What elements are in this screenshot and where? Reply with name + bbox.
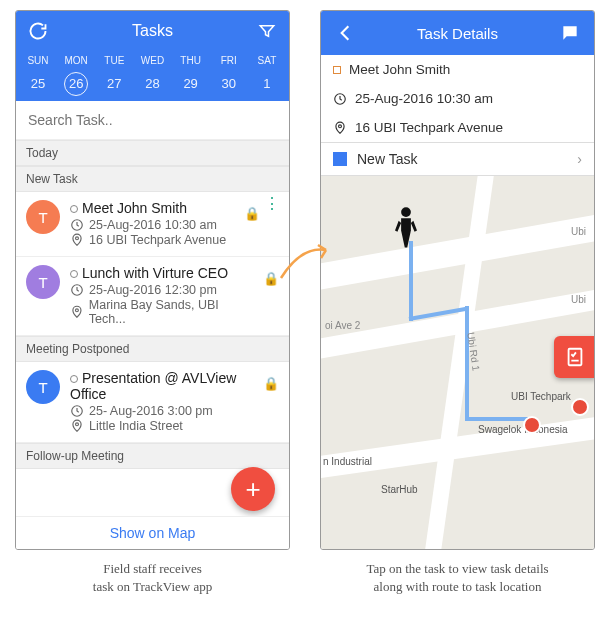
checklist-button[interactable]: [554, 336, 594, 378]
task-title: Meet John Smith: [82, 200, 187, 216]
pin-icon: [70, 419, 84, 433]
header-title: Tasks: [132, 22, 173, 40]
task-time: 25-Aug-2016 12:30 pm: [89, 283, 217, 297]
task-avatar: T: [26, 200, 60, 234]
person-marker-icon: [391, 206, 421, 259]
detail-task-title-row: Meet John Smith: [321, 55, 594, 84]
task-time: 25- Aug-2016 3:00 pm: [89, 404, 213, 418]
task-details-screen: Task Details Meet John Smith 25-Aug-2016…: [320, 10, 595, 550]
map-place-label: StarHub: [381, 484, 418, 495]
caption-line: Tap on the task to view task details: [320, 560, 595, 578]
map-street-label: Ubi: [571, 226, 586, 237]
task-title: Presentation @ AVLView Office: [70, 370, 236, 402]
clock-icon: [70, 283, 84, 297]
task-time: 25-Aug-2016 10:30 am: [89, 218, 217, 232]
calendar-day-numbers: 25 26 27 28 29 30 1: [16, 72, 289, 101]
status-bullet-icon: [70, 375, 78, 383]
calendar-day-labels: SUN MON TUE WED THU FRI SAT: [16, 51, 289, 72]
task-location: 16 UBI Techpark Avenue: [89, 233, 226, 247]
status-bullet-icon: [70, 270, 78, 278]
status-bullet-icon: [70, 205, 78, 213]
day-label: SUN: [22, 53, 54, 68]
section-meeting-postponed: Meeting Postponed: [16, 336, 289, 362]
map-place-label: UBI Techpark: [511, 391, 571, 402]
day-label: SAT: [251, 53, 283, 68]
svg-point-1: [76, 237, 79, 240]
clock-icon: [333, 92, 347, 106]
day-label: THU: [175, 53, 207, 68]
task-title: Lunch with Virture CEO: [82, 265, 228, 281]
status-color-icon: [333, 152, 347, 166]
map-street-label: Ubi: [571, 294, 586, 305]
caption-line: Field staff receives: [15, 560, 290, 578]
search-bar: [16, 101, 289, 140]
status-selector[interactable]: New Task ›: [321, 142, 594, 176]
day-label: FRI: [213, 53, 245, 68]
calendar-day[interactable]: 30: [213, 74, 245, 93]
task-avatar: T: [26, 370, 60, 404]
show-on-map-button[interactable]: Show on Map: [16, 516, 289, 549]
detail-task-title: Meet John Smith: [349, 62, 450, 77]
status-label: New Task: [357, 151, 417, 167]
detail-time-row: 25-Aug-2016 10:30 am: [321, 84, 594, 113]
pin-icon: [333, 121, 347, 135]
lock-icon: 🔒: [263, 376, 279, 391]
detail-location-row: 16 UBI Techpark Avenue: [321, 113, 594, 142]
clock-icon: [70, 218, 84, 232]
clock-icon: [70, 404, 84, 418]
tasks-screen: Tasks SUN MON TUE WED THU FRI SAT 25 26 …: [15, 10, 290, 550]
calendar-day[interactable]: 1: [251, 74, 283, 93]
task-location: Marina Bay Sands, UBI Tech...: [89, 298, 257, 326]
task-menu-icon[interactable]: ⋮: [264, 200, 279, 208]
lock-icon: 🔒: [263, 271, 279, 286]
chevron-right-icon: ›: [577, 151, 582, 167]
caption-left: Field staff receives task on TrackView a…: [15, 560, 290, 595]
lock-icon: 🔒: [244, 206, 260, 221]
caption-line: task on TrackView app: [15, 578, 290, 596]
destination-pin-icon: [571, 398, 589, 416]
pin-icon: [70, 305, 84, 319]
detail-title: Task Details: [417, 25, 498, 42]
task-item[interactable]: T Presentation @ AVLView Office 25- Aug-…: [16, 362, 289, 443]
day-label: TUE: [98, 53, 130, 68]
calendar-day[interactable]: 28: [136, 74, 168, 93]
detail-location: 16 UBI Techpark Avenue: [355, 120, 503, 135]
map-place-label: n Industrial: [323, 456, 372, 467]
map-view[interactable]: oi Ave 2 Ubi Rd 1 Ubi Ubi UBI Techpark S…: [321, 176, 594, 549]
tasks-header: Tasks SUN MON TUE WED THU FRI SAT 25 26 …: [16, 11, 289, 101]
svg-point-5: [76, 423, 79, 426]
calendar-day-selected[interactable]: 26: [60, 74, 92, 93]
day-label: WED: [136, 53, 168, 68]
task-item[interactable]: T Lunch with Virture CEO 25-Aug-2016 12:…: [16, 257, 289, 336]
waypoint-pin-icon: [523, 416, 541, 434]
section-followup: Follow-up Meeting: [16, 443, 289, 469]
caption-right: Tap on the task to view task details alo…: [320, 560, 595, 595]
status-square-icon: [333, 66, 341, 74]
pin-icon: [70, 233, 84, 247]
svg-point-3: [75, 309, 78, 312]
search-input[interactable]: [28, 112, 277, 128]
task-avatar: T: [26, 265, 60, 299]
svg-point-7: [339, 124, 342, 127]
section-new-task: New Task: [16, 166, 289, 192]
filter-icon[interactable]: [255, 19, 279, 43]
detail-time: 25-Aug-2016 10:30 am: [355, 91, 493, 106]
caption-line: along with route to task location: [320, 578, 595, 596]
svg-rect-9: [569, 349, 582, 366]
detail-header: Task Details: [321, 11, 594, 55]
day-label: MON: [60, 53, 92, 68]
calendar-day[interactable]: 25: [22, 74, 54, 93]
add-task-button[interactable]: +: [231, 467, 275, 511]
svg-point-8: [401, 207, 411, 217]
back-icon[interactable]: [333, 21, 357, 45]
map-street-label: oi Ave 2: [325, 320, 360, 331]
calendar-day[interactable]: 27: [98, 74, 130, 93]
chat-icon[interactable]: [558, 21, 582, 45]
section-today: Today: [16, 140, 289, 166]
task-item[interactable]: T Meet John Smith 25-Aug-2016 10:30 am 1…: [16, 192, 289, 257]
calendar-day[interactable]: 29: [175, 74, 207, 93]
refresh-icon[interactable]: [26, 19, 50, 43]
task-location: Little India Street: [89, 419, 183, 433]
